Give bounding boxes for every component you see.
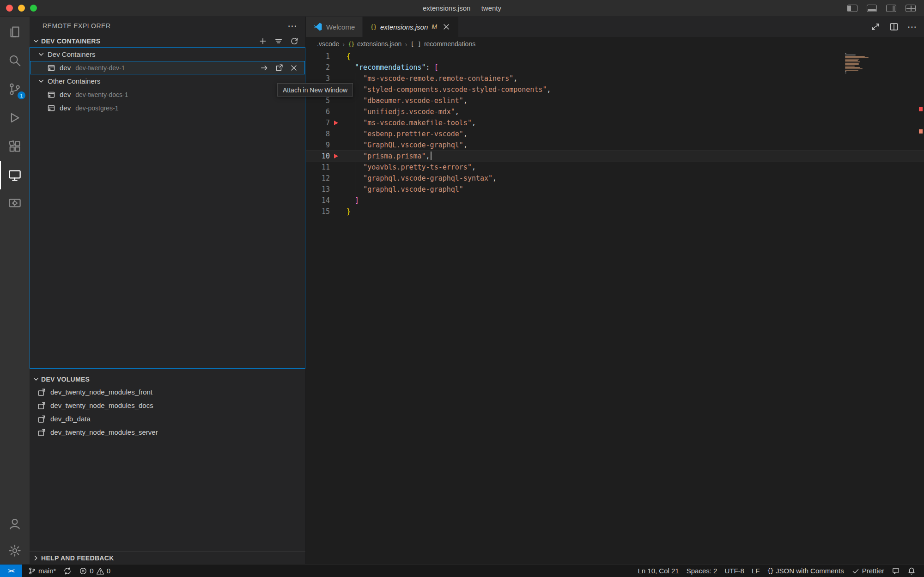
bell-icon xyxy=(907,567,916,575)
editor-more-actions-icon[interactable]: ⋯ xyxy=(907,25,917,29)
attach-current-window-icon[interactable] xyxy=(260,63,269,73)
breadcrumb-separator: › xyxy=(405,40,407,48)
volume-item-dev_twenty_node_modules_front[interactable]: dev_twenty_node_modules_front xyxy=(30,385,305,399)
zoom-window-button[interactable] xyxy=(30,5,37,12)
breadcrumb--vscode[interactable]: .vscode xyxy=(317,40,339,48)
container-item-dev-twenty-dev-1[interactable]: devdev-twenty-dev-1 xyxy=(30,61,305,74)
tab-extensions-json[interactable]: {}extensions.jsonM xyxy=(363,17,459,37)
code-line-9[interactable]: 9 "GraphQL.vscode-graphql", xyxy=(306,140,924,151)
activity-source-control-icon[interactable]: 1 xyxy=(0,75,30,103)
status-encoding[interactable]: UTF-8 xyxy=(721,565,748,577)
code-line-14[interactable]: 14 ] xyxy=(306,195,924,206)
section-dev-volumes-header[interactable]: DEV VOLUMES xyxy=(30,373,305,385)
add-container-icon[interactable] xyxy=(258,36,267,46)
minimize-window-button[interactable] xyxy=(18,5,25,12)
containers-glyph-icon xyxy=(8,197,22,211)
code-line-3[interactable]: 3 "ms-vscode-remote.remote-containers", xyxy=(306,73,924,84)
dev-containers-actions xyxy=(258,36,299,46)
sidebar-more-actions-icon[interactable]: ⋯ xyxy=(288,24,298,28)
activity-run-debug-icon[interactable] xyxy=(0,103,30,132)
section-help-feedback-header[interactable]: HELP AND FEEDBACK xyxy=(30,551,305,564)
gutter-space xyxy=(330,195,346,206)
activity-accounts-icon[interactable] xyxy=(0,510,30,537)
container-icon xyxy=(47,90,56,99)
filter-containers-icon[interactable] xyxy=(274,36,283,46)
line-number: 11 xyxy=(306,162,330,173)
close-window-button[interactable] xyxy=(6,5,13,12)
container-row-actions xyxy=(260,63,305,73)
line-number: 2 xyxy=(306,62,330,73)
error-icon xyxy=(79,567,87,575)
activity-containers-icon[interactable] xyxy=(0,189,30,218)
container-icon xyxy=(47,103,56,113)
status-notifications[interactable] xyxy=(904,565,919,577)
status-feedback[interactable] xyxy=(888,565,904,577)
activity-settings-icon[interactable] xyxy=(0,537,30,564)
volume-item-dev_db_data[interactable]: dev_db_data xyxy=(30,412,305,425)
open-changes-icon[interactable] xyxy=(870,22,881,32)
breadcrumb-extensions-json[interactable]: {}extensions.json xyxy=(348,40,401,48)
minimap-line xyxy=(845,61,860,62)
toggle-primary-sidebar-icon[interactable] xyxy=(847,5,857,12)
split-editor-icon[interactable] xyxy=(889,22,899,32)
toggle-panel-icon[interactable] xyxy=(867,5,877,12)
code-line-11[interactable]: 11 "yoavbls.pretty-ts-errors", xyxy=(306,162,924,173)
status-eol[interactable]: LF xyxy=(748,565,764,577)
code-text: "prisma.prisma", xyxy=(346,151,432,162)
code-line-13[interactable]: 13 "graphql.vscode-graphql" xyxy=(306,184,924,195)
code-editor[interactable]: 1{2 "recommendations": [3 "ms-vscode-rem… xyxy=(306,51,924,564)
code-line-7[interactable]: 7 "ms-vscode.makefile-tools", xyxy=(306,117,924,128)
line-number: 3 xyxy=(306,73,330,84)
container-name: dev xyxy=(60,64,71,72)
search-glyph-icon xyxy=(8,54,22,67)
code-text: "ms-vscode-remote.remote-containers", xyxy=(346,73,517,84)
activity-remote-explorer-icon[interactable] xyxy=(0,161,30,189)
code-text: "recommendations": [ xyxy=(346,62,438,73)
status-formatter[interactable]: Prettier xyxy=(848,565,888,577)
overview-ruler[interactable] xyxy=(918,51,924,564)
toggle-secondary-sidebar-icon[interactable] xyxy=(886,5,896,12)
json-symbol-icon: {} xyxy=(348,41,354,48)
status-language-mode[interactable]: {}JSON with Comments xyxy=(763,565,847,577)
breadcrumb-label: recommendations xyxy=(424,40,475,48)
activity-bar: 1 xyxy=(0,17,30,564)
volume-item-dev_twenty_node_modules_server[interactable]: dev_twenty_node_modules_server xyxy=(30,425,305,439)
close-tab-icon[interactable] xyxy=(442,22,451,31)
status-branch[interactable]: main* xyxy=(24,565,60,577)
volume-icon xyxy=(37,388,46,397)
code-line-4[interactable]: 4 "styled-components.vscode-styled-compo… xyxy=(306,84,924,95)
remote-indicator[interactable]: >< xyxy=(0,565,22,577)
status-problems[interactable]: 00 xyxy=(75,565,114,577)
code-line-6[interactable]: 6 "unifiedjs.vscode-mdx", xyxy=(306,106,924,117)
tree-group-dev-containers[interactable]: Dev Containers xyxy=(30,48,305,61)
section-dev-containers-header[interactable]: DEV CONTAINERS xyxy=(30,35,305,47)
code-text: "styled-components.vscode-styled-compone… xyxy=(346,84,551,95)
remove-container-icon[interactable] xyxy=(289,63,298,73)
volume-name: dev_db_data xyxy=(50,415,91,423)
git-modified-badge: M xyxy=(432,23,437,30)
activity-explorer-icon[interactable] xyxy=(0,18,30,46)
attach-new-window-icon[interactable] xyxy=(274,63,284,73)
code-line-2[interactable]: 2 "recommendations": [ xyxy=(306,62,924,73)
container-item-dev-postgres-1[interactable]: devdev-postgres-1 xyxy=(30,101,305,115)
code-text: } xyxy=(346,206,351,217)
activity-search-icon[interactable] xyxy=(0,46,30,75)
container-item-dev-twenty-docs-1[interactable]: devdev-twenty-docs-1 xyxy=(30,88,305,101)
code-line-15[interactable]: 15} xyxy=(306,206,924,217)
tab-welcome[interactable]: Welcome xyxy=(306,17,363,37)
status-cursor-position[interactable]: Ln 10, Col 21 xyxy=(634,565,682,577)
status-sync[interactable] xyxy=(60,565,75,577)
breadcrumb-recommendations[interactable]: [ ]recommendations xyxy=(410,40,475,48)
volume-item-dev_twenty_node_modules_docs[interactable]: dev_twenty_node_modules_docs xyxy=(30,399,305,412)
code-line-1[interactable]: 1{ xyxy=(306,51,924,62)
code-line-12[interactable]: 12 "graphql.vscode-graphql-syntax", xyxy=(306,173,924,184)
customize-layout-icon[interactable] xyxy=(906,5,916,12)
status-indentation[interactable]: Spaces: 2 xyxy=(683,565,721,577)
code-line-10[interactable]: 10 "prisma.prisma", xyxy=(306,151,924,162)
code-line-8[interactable]: 8 "esbenp.prettier-vscode", xyxy=(306,128,924,140)
refresh-containers-icon[interactable] xyxy=(290,36,299,46)
tree-group-other-containers[interactable]: Other Containers xyxy=(30,74,305,88)
minimap[interactable] xyxy=(845,53,874,73)
code-line-5[interactable]: 5 "dbaeumer.vscode-eslint", xyxy=(306,95,924,106)
activity-extensions-icon[interactable] xyxy=(0,132,30,161)
